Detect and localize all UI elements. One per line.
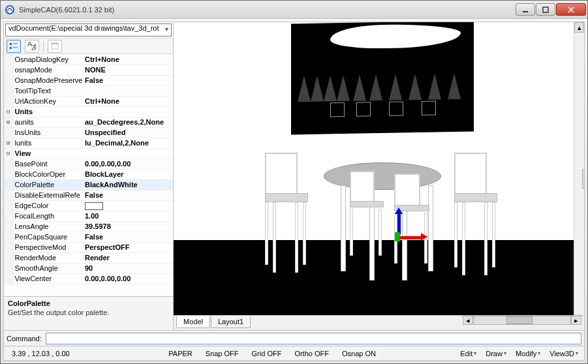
expand-toggle[interactable]: ⊞ — [4, 138, 13, 148]
scroll-left-icon[interactable]: ◂ — [463, 316, 473, 325]
property-row[interactable]: BasePoint0.00,0.00,0.00 — [4, 159, 173, 169]
viewport-hscrollbar[interactable]: ◂ ▸ — [463, 316, 581, 325]
property-value[interactable] — [84, 200, 173, 211]
status-ortho[interactable]: Ortho OFF — [290, 350, 333, 357]
property-value[interactable]: Ctrl+None — [84, 96, 173, 106]
property-row[interactable]: ⊟View — [4, 148, 173, 159]
property-row[interactable]: FocalLength1.00 — [4, 211, 173, 221]
property-row[interactable]: OsnapDialogKeyCtrl+None — [4, 54, 173, 65]
property-value[interactable]: 0.00,0.00,0.00 — [84, 159, 173, 169]
property-value[interactable]: 90 — [84, 263, 173, 273]
expand-toggle[interactable]: ⊟ — [4, 106, 13, 117]
wall-picture — [291, 22, 474, 134]
property-row[interactable]: LensAngle39.5978 — [4, 221, 173, 232]
svg-rect-4 — [10, 47, 12, 49]
property-value[interactable]: Unspecified — [84, 127, 173, 138]
tab-layout1[interactable]: Layout1 — [211, 316, 251, 328]
expand-toggle[interactable]: ⊟ — [4, 148, 13, 159]
expand-toggle — [4, 65, 13, 75]
property-row[interactable]: InsUnitsUnspecified — [4, 127, 173, 138]
property-row[interactable]: ⊞lunitslu_Decimal,2,None — [4, 138, 173, 148]
minimize-button[interactable] — [516, 3, 535, 16]
property-row[interactable]: DisableExternalRefeFalse — [4, 190, 173, 200]
viewport[interactable]: ▴ — [174, 22, 584, 316]
menu-draw[interactable]: Draw▾ — [484, 350, 508, 357]
menu-edit[interactable]: Edit▾ — [458, 350, 478, 357]
property-value[interactable]: False — [84, 190, 173, 200]
titlebar[interactable]: SimpleCAD(6.6021.0.1 32 bit) — [1, 1, 587, 19]
property-value[interactable]: 0.00,0.00,0.00 — [84, 273, 173, 284]
property-row[interactable]: SmoothAngle90 — [4, 263, 173, 273]
property-name: RenderMode — [13, 252, 84, 263]
property-row[interactable]: ToolTipText — [4, 85, 173, 96]
property-value[interactable]: BlackAndWhite — [84, 179, 173, 190]
status-osnap[interactable]: Osnap ON — [338, 350, 380, 357]
color-swatch[interactable] — [85, 202, 103, 210]
property-row[interactable]: RenderModeRender — [4, 252, 173, 263]
menu-view3d[interactable]: View3D▾ — [548, 350, 580, 357]
property-value[interactable]: NONE — [84, 65, 173, 75]
svg-point-0 — [6, 6, 14, 14]
property-value[interactable]: lu_Decimal,2,None — [84, 138, 173, 148]
property-value[interactable]: Ctrl+None — [84, 54, 173, 65]
expand-toggle — [4, 179, 13, 190]
property-row[interactable]: EdgeColor — [4, 200, 173, 211]
description-text: Get/Set the output color palette. — [8, 309, 169, 316]
property-row[interactable]: PenCapsSquareFalse — [4, 232, 173, 242]
property-name: BlockColorOper — [13, 169, 84, 179]
property-value[interactable]: BlockLayer — [84, 169, 173, 179]
app-icon — [5, 5, 15, 15]
property-value[interactable]: PerspectOFF — [84, 242, 173, 252]
property-name: UrlActionKey — [13, 96, 84, 106]
description-title: ColorPalette — [8, 299, 169, 307]
alphabetical-view-button[interactable]: AZ — [25, 40, 39, 53]
property-value[interactable] — [84, 148, 173, 159]
property-name: BasePoint — [13, 159, 84, 169]
property-row[interactable]: ⊞aunitsau_Decdegrees,2,None — [4, 117, 173, 127]
property-row[interactable]: OsnapModePreserveFalse — [4, 75, 173, 85]
status-grid[interactable]: Grid OFF — [248, 350, 286, 357]
property-row[interactable]: ColorPaletteBlackAndWhite — [4, 179, 173, 190]
svg-rect-2 — [543, 7, 548, 12]
splitter-grip[interactable] — [582, 169, 584, 189]
categorized-view-button[interactable] — [7, 40, 21, 53]
property-name: ColorPalette — [13, 179, 84, 190]
svg-rect-6 — [13, 47, 18, 48]
description-pane: ColorPalette Get/Set the output color pa… — [4, 296, 173, 330]
property-row[interactable]: ⊟Units — [4, 106, 173, 117]
property-value[interactable]: au_Decdegrees,2,None — [84, 117, 173, 127]
property-value[interactable] — [84, 85, 173, 96]
expand-toggle — [4, 263, 13, 273]
svg-rect-3 — [10, 43, 12, 45]
maximize-button[interactable] — [536, 3, 555, 16]
property-value[interactable]: False — [84, 75, 173, 85]
property-row[interactable]: ViewCenter0.00,0.00,0.00 — [4, 273, 173, 284]
close-button[interactable] — [556, 3, 586, 16]
expand-toggle[interactable]: ⊞ — [4, 117, 13, 127]
property-row[interactable]: UrlActionKeyCtrl+None — [4, 96, 173, 106]
property-grid[interactable]: OsnapDialogKeyCtrl+NoneosnapModeNONEOsna… — [4, 54, 173, 296]
property-pane: vdDocument(E:\special 3d drawings\tav_3d… — [4, 22, 174, 330]
property-row[interactable]: BlockColorOperBlockLayer — [4, 169, 173, 179]
property-value[interactable]: 1.00 — [84, 211, 173, 221]
status-snap[interactable]: Snap OFF — [202, 350, 243, 357]
scroll-up-icon[interactable]: ▴ — [574, 22, 584, 33]
tab-model[interactable]: Model — [176, 316, 210, 328]
property-name: ViewCenter — [13, 273, 84, 284]
property-row[interactable]: osnapModeNONE — [4, 65, 173, 75]
command-input[interactable] — [46, 333, 581, 344]
layout-tabs: Model Layout1 ◂ ▸ — [174, 316, 584, 330]
command-row: Command: — [4, 330, 584, 346]
document-selector[interactable]: vdDocument(E:\special 3d drawings\tav_3d… — [5, 23, 172, 37]
scroll-right-icon[interactable]: ▸ — [571, 316, 581, 325]
property-value[interactable]: Render — [84, 252, 173, 263]
status-paper[interactable]: PAPER — [164, 350, 196, 357]
menu-modify[interactable]: Modify▾ — [514, 350, 542, 357]
property-value[interactable]: 39.5978 — [84, 221, 173, 232]
property-row[interactable]: PerspectiveModPerspectOFF — [4, 242, 173, 252]
property-name: OsnapModePreserve — [13, 75, 84, 85]
expand-toggle — [4, 169, 13, 179]
property-pages-button[interactable] — [48, 40, 62, 53]
property-value[interactable] — [84, 106, 173, 117]
property-value[interactable]: False — [84, 232, 173, 242]
